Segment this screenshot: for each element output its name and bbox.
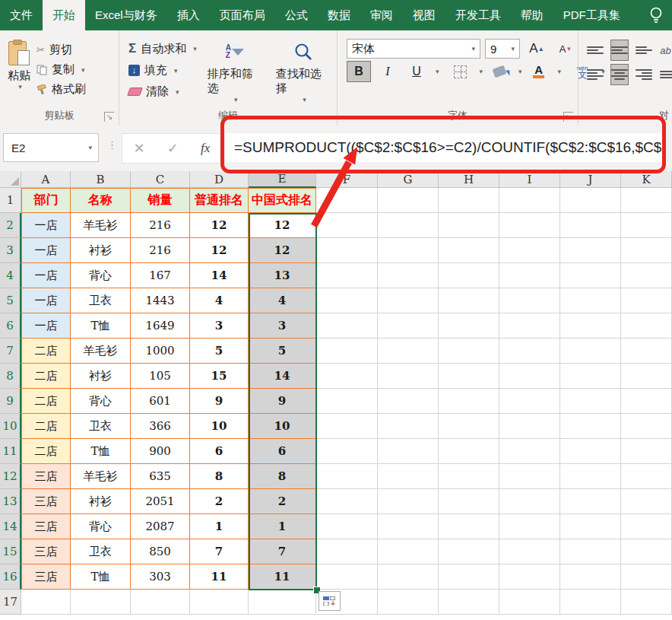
cell-I6[interactable] [499, 313, 560, 339]
cell-A2[interactable]: 一店 [21, 213, 71, 238]
font-name-combo[interactable]: 宋体 ▾ [347, 39, 480, 59]
cell-E17[interactable] [249, 590, 316, 615]
cell-D16[interactable]: 11 [190, 564, 249, 590]
cell-K13[interactable] [621, 489, 672, 514]
autofill-options-button[interactable]: + [319, 591, 341, 611]
column-header-J[interactable]: J [560, 171, 621, 188]
row-header-15[interactable]: 15 [0, 539, 21, 564]
cell-C13[interactable]: 2051 [131, 489, 190, 514]
cell-D4[interactable]: 14 [190, 263, 249, 288]
column-header-G[interactable]: G [378, 171, 439, 188]
cell-D6[interactable]: 3 [190, 313, 249, 339]
name-box-dropdown-arrow[interactable]: ▾ [88, 144, 92, 151]
cell-G3[interactable] [378, 238, 439, 263]
align-right-button[interactable] [635, 64, 653, 85]
autosum-button[interactable]: Σ 自动求和 ▾ [128, 41, 197, 56]
cell-I15[interactable] [499, 539, 560, 564]
cell-K8[interactable] [621, 364, 672, 389]
cell-K2[interactable] [621, 213, 672, 238]
tab-page-layout[interactable]: 页面布局 [210, 0, 275, 30]
cell-I8[interactable] [499, 364, 560, 389]
tab-file[interactable]: 文件 [0, 0, 43, 30]
row-header-17[interactable]: 17 [0, 590, 21, 615]
cell-F5[interactable] [316, 288, 378, 313]
cell-B2[interactable]: 羊毛衫 [71, 213, 131, 238]
row-header-16[interactable]: 16 [0, 564, 21, 590]
cell-F10[interactable] [316, 414, 378, 439]
row-header-4[interactable]: 4 [0, 263, 21, 288]
column-header-K[interactable]: K [621, 171, 672, 188]
cell-B16[interactable]: T恤 [71, 564, 131, 590]
cell-D2[interactable]: 12 [190, 213, 249, 238]
cell-A10[interactable]: 二店 [21, 414, 71, 439]
cell-E8[interactable]: 14 [249, 364, 316, 389]
cell-J9[interactable] [560, 389, 621, 414]
cell-G14[interactable] [378, 514, 439, 539]
font-color-button[interactable]: A [527, 61, 551, 82]
cell-J16[interactable] [560, 564, 621, 590]
cell-A16[interactable]: 三店 [21, 564, 71, 590]
cell-G15[interactable] [378, 539, 439, 564]
formula-input[interactable]: =SUMPRODUCT(($C$2:$C$16>=C2)/COUNTIF($C$… [225, 133, 663, 162]
column-header-I[interactable]: I [499, 171, 560, 188]
cell-K11[interactable] [621, 439, 672, 464]
tell-me-lightbulb-icon[interactable] [648, 0, 672, 30]
cell-I9[interactable] [499, 389, 560, 414]
cell-J17[interactable] [560, 590, 621, 615]
cell-J7[interactable] [560, 339, 621, 364]
clipboard-dialog-launcher-icon[interactable]: ↘ [104, 112, 114, 122]
cell-B5[interactable]: 卫衣 [71, 288, 131, 313]
cell-K1[interactable] [621, 188, 672, 213]
tab-excel-finance[interactable]: Excel与财务 [85, 0, 167, 30]
row-header-3[interactable]: 3 [0, 238, 21, 263]
cell-D13[interactable]: 2 [190, 489, 249, 514]
cell-C11[interactable]: 900 [131, 439, 190, 464]
cell-J2[interactable] [560, 213, 621, 238]
tab-help[interactable]: 帮助 [511, 0, 553, 30]
tab-developer[interactable]: 开发工具 [445, 0, 511, 30]
cell-K14[interactable] [621, 514, 672, 539]
copy-button[interactable]: 复制 ▾ [36, 62, 86, 77]
cell-F11[interactable] [316, 439, 378, 464]
cell-J3[interactable] [560, 238, 621, 263]
cell-I4[interactable] [499, 263, 560, 288]
column-header-D[interactable]: D [190, 171, 249, 188]
cell-G10[interactable] [378, 414, 439, 439]
clear-button[interactable]: 清除 ▾ [128, 84, 197, 99]
cell-F4[interactable] [316, 263, 378, 288]
row-header-5[interactable]: 5 [0, 288, 21, 313]
cell-D15[interactable]: 7 [190, 539, 249, 564]
cell-B13[interactable]: 衬衫 [71, 489, 131, 514]
tab-pdf-tools[interactable]: PDF工具集 [553, 0, 630, 30]
name-box[interactable]: E2 ▾ [3, 133, 99, 162]
cell-K17[interactable] [621, 590, 672, 615]
cell-B15[interactable]: 卫衣 [71, 539, 131, 564]
cell-E4[interactable]: 13 [249, 263, 316, 288]
cell-B8[interactable]: 衬衫 [71, 364, 131, 389]
cell-I13[interactable] [499, 489, 560, 514]
cell-E7[interactable]: 5 [249, 339, 316, 364]
cell-H1[interactable] [439, 188, 499, 213]
row-header-9[interactable]: 9 [0, 389, 21, 414]
format-painter-button[interactable]: 格式刷 [36, 82, 86, 97]
cell-C1[interactable]: 销量 [131, 188, 190, 213]
formula-bar-handle[interactable]: ⋮ [107, 139, 117, 151]
cell-C4[interactable]: 167 [131, 263, 190, 288]
cell-C6[interactable]: 1649 [131, 313, 190, 339]
cell-D5[interactable]: 4 [190, 288, 249, 313]
cell-H17[interactable] [439, 590, 499, 615]
cell-A4[interactable]: 一店 [21, 263, 71, 288]
font-size-combo[interactable]: 9 ▾ [485, 39, 520, 59]
center-button[interactable] [610, 64, 629, 85]
cell-E12[interactable]: 8 [249, 464, 316, 489]
grow-font-button[interactable]: A▲ [525, 38, 549, 59]
cell-C17[interactable] [131, 590, 190, 615]
cell-C7[interactable]: 1000 [131, 339, 190, 364]
cell-H6[interactable] [439, 313, 499, 339]
cell-E14[interactable]: 1 [249, 514, 316, 539]
tab-insert[interactable]: 插入 [167, 0, 210, 30]
cell-F1[interactable] [316, 188, 378, 213]
cell-G6[interactable] [378, 313, 439, 339]
cell-K3[interactable] [621, 238, 672, 263]
cell-K16[interactable] [621, 564, 672, 590]
